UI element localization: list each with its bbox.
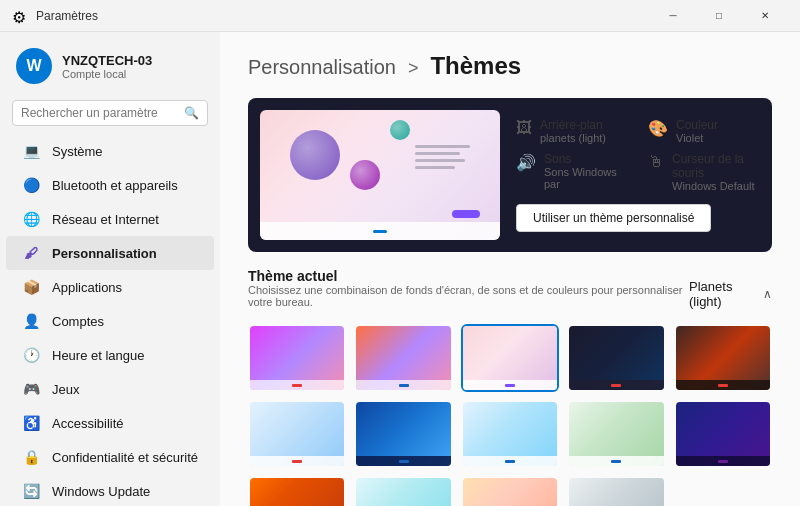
user-section: W YNZQTECH-03 Compte local — [0, 40, 220, 96]
reseau-icon: 🌐 — [22, 210, 40, 228]
theme-prop-color: 🎨 Couleur Violet — [648, 118, 760, 144]
sidebar-item-label: Bluetooth et appareils — [52, 178, 178, 193]
current-theme-name: Planets (light) — [689, 279, 757, 309]
sidebar-item-label: Comptes — [52, 314, 104, 329]
theme-thumbnail-11[interactable] — [248, 476, 346, 506]
chevron-up-icon: ∧ — [763, 287, 772, 301]
app-icon: ⚙ — [12, 8, 28, 24]
sidebar-item-systeme[interactable]: 💻 Système — [6, 134, 214, 168]
sidebar-item-jeux[interactable]: 🎮 Jeux — [6, 372, 214, 406]
sidebar-item-label: Réseau et Internet — [52, 212, 159, 227]
thumb-dot-4 — [611, 384, 621, 387]
current-theme-info: Thème actuel Choisissez une combinaison … — [248, 268, 689, 320]
jeux-icon: 🎮 — [22, 380, 40, 398]
prop-text-bg: Arrière-plan planets (light) — [540, 118, 606, 144]
thumb-dot-1 — [292, 384, 302, 387]
search-icon: 🔍 — [184, 106, 199, 120]
theme-thumbnail-14[interactable] — [567, 476, 665, 506]
user-info: YNZQTECH-03 Compte local — [62, 53, 152, 80]
thumb-dot-7 — [399, 460, 409, 463]
prop-label-bg: Arrière-plan — [540, 118, 606, 132]
thumb-dot-3 — [505, 384, 515, 387]
theme-thumbnail-8[interactable] — [461, 400, 559, 468]
thumb-dot-6 — [292, 460, 302, 463]
preview-lines — [415, 145, 470, 169]
theme-thumbnail-1[interactable] — [248, 324, 346, 392]
user-account: Compte local — [62, 68, 152, 80]
bluetooth-icon: 🔵 — [22, 176, 40, 194]
apps-icon: 📦 — [22, 278, 40, 296]
theme-details: 🖼 Arrière-plan planets (light) 🎨 Couleur… — [516, 118, 760, 232]
prop-label-sound: Sons — [544, 152, 628, 166]
sidebar-item-reseau[interactable]: 🌐 Réseau et Internet — [6, 202, 214, 236]
thumb-dot-2 — [399, 384, 409, 387]
sidebar-item-access[interactable]: ♿ Accessibilité — [6, 406, 214, 440]
current-theme-section: Thème actuel Choisissez une combinaison … — [248, 268, 772, 506]
color-icon: 🎨 — [648, 119, 668, 138]
use-custom-button[interactable]: Utiliser un thème personnalisé — [516, 204, 711, 232]
theme-thumbnail-4[interactable] — [567, 324, 665, 392]
sidebar-item-heure[interactable]: 🕐 Heure et langue — [6, 338, 214, 372]
sidebar-item-label: Applications — [52, 280, 122, 295]
confid-icon: 🔒 — [22, 448, 40, 466]
perso-icon: 🖌 — [22, 244, 40, 262]
theme-prop-sound: 🔊 Sons Sons Windows par — [516, 152, 628, 192]
breadcrumb[interactable]: Personnalisation — [248, 56, 396, 79]
maximize-button[interactable]: □ — [696, 0, 742, 32]
preview-accent — [452, 210, 480, 218]
prop-value-bg: planets (light) — [540, 132, 606, 144]
sidebar-item-perso[interactable]: 🖌 Personnalisation — [6, 236, 214, 270]
sidebar-item-bluetooth[interactable]: 🔵 Bluetooth et appareils — [6, 168, 214, 202]
bg-icon: 🖼 — [516, 119, 532, 137]
update-icon: 🔄 — [22, 482, 40, 500]
theme-thumbnail-13[interactable] — [461, 476, 559, 506]
minimize-button[interactable]: ─ — [650, 0, 696, 32]
prop-text-color: Couleur Violet — [676, 118, 718, 144]
access-icon: ♿ — [22, 414, 40, 432]
avatar: W — [16, 48, 52, 84]
thumb-dot-9 — [611, 460, 621, 463]
planet-decoration-1 — [290, 130, 340, 180]
search-box[interactable]: 🔍 — [12, 100, 208, 126]
sidebar-item-confid[interactable]: 🔒 Confidentialité et sécurité — [6, 440, 214, 474]
page-title: Thèmes — [430, 52, 521, 80]
systeme-icon: 💻 — [22, 142, 40, 160]
theme-thumbnail-7[interactable] — [354, 400, 452, 468]
prop-value-color: Violet — [676, 132, 718, 144]
theme-grid — [248, 324, 772, 506]
search-input[interactable] — [21, 106, 178, 120]
sidebar-item-label: Personnalisation — [52, 246, 157, 261]
theme-thumbnail-12[interactable] — [354, 476, 452, 506]
sidebar-item-label: Jeux — [52, 382, 79, 397]
theme-thumbnail-9[interactable] — [567, 400, 665, 468]
theme-thumbnail-3[interactable] — [461, 324, 559, 392]
theme-thumbnail-2[interactable] — [354, 324, 452, 392]
current-theme-right[interactable]: Planets (light) ∧ — [689, 279, 772, 309]
preview-line-4 — [415, 166, 455, 169]
theme-thumbnail-6[interactable] — [248, 400, 346, 468]
sidebar-item-update[interactable]: 🔄 Windows Update — [6, 474, 214, 506]
sidebar: W YNZQTECH-03 Compte local 🔍 💻 Système 🔵… — [0, 32, 220, 506]
theme-prop-bg: 🖼 Arrière-plan planets (light) — [516, 118, 628, 144]
thumb-dot-5 — [718, 384, 728, 387]
heure-icon: 🕐 — [22, 346, 40, 364]
theme-preview-image — [260, 110, 500, 240]
sidebar-item-comptes[interactable]: 👤 Comptes — [6, 304, 214, 338]
breadcrumb-separator: > — [408, 58, 419, 79]
close-button[interactable]: ✕ — [742, 0, 788, 32]
thumb-dot-10 — [718, 460, 728, 463]
planet-decoration-3 — [390, 120, 410, 140]
sidebar-item-label: Windows Update — [52, 484, 150, 499]
preview-line-2 — [415, 152, 460, 155]
theme-thumbnail-10[interactable] — [674, 400, 772, 468]
page-header: Personnalisation > Thèmes — [248, 52, 772, 80]
preview-line-3 — [415, 159, 465, 162]
theme-prop-cursor: 🖱 Curseur de la souris Windows Default — [648, 152, 760, 192]
cursor-icon: 🖱 — [648, 153, 664, 171]
preview-line-1 — [415, 145, 470, 148]
current-theme-header: Thème actuel Choisissez une combinaison … — [248, 268, 772, 320]
sidebar-item-apps[interactable]: 📦 Applications — [6, 270, 214, 304]
comptes-icon: 👤 — [22, 312, 40, 330]
prop-text-cursor: Curseur de la souris Windows Default — [672, 152, 760, 192]
theme-thumbnail-5[interactable] — [674, 324, 772, 392]
